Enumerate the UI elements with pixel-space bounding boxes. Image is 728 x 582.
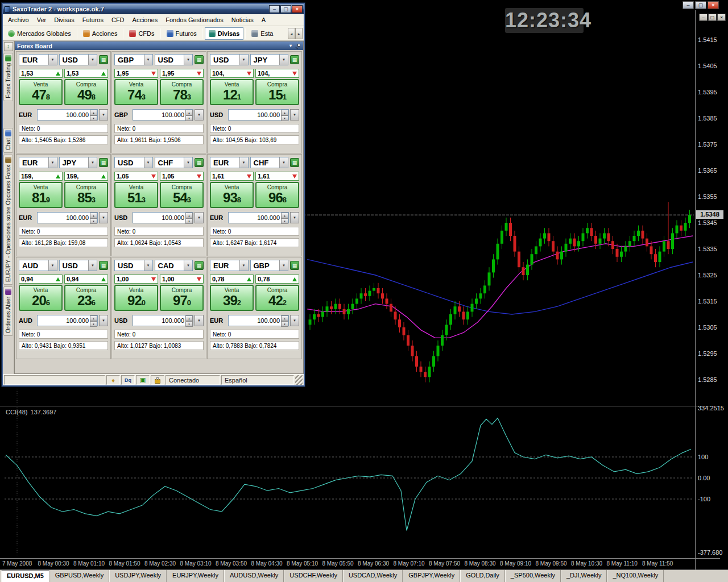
sidebar-tab-rdenes-abier[interactable]: Órdenes Abier	[3, 286, 13, 336]
menu-item-acciones[interactable]: Acciones	[129, 15, 162, 25]
amount-spinner[interactable]: ▴▾	[185, 110, 193, 120]
open-chart-button[interactable]: ▦	[290, 261, 299, 270]
open-chart-button[interactable]: ▦	[290, 55, 299, 64]
amount-spinner[interactable]: ▴▾	[90, 315, 97, 326]
amount-spinner[interactable]: ▴▾	[281, 315, 288, 326]
open-chart-button[interactable]: ▦	[195, 55, 204, 64]
quote-currency-select[interactable]: GBP▼	[250, 260, 289, 271]
main-close-button[interactable]: ×	[708, 1, 719, 9]
buy-button[interactable]: Compra236	[64, 285, 108, 311]
base-currency-select[interactable]: USD▼	[114, 157, 153, 168]
buy-button[interactable]: Compra543	[160, 182, 204, 208]
sidebar-tab-forex-trading[interactable]: Forex Trading	[3, 53, 13, 101]
amount-dropdown[interactable]: ▼	[290, 109, 299, 120]
session-key-icon[interactable]: ♦	[106, 375, 120, 385]
chart-tab-dji-weekly[interactable]: _DJI,Weekly	[561, 570, 607, 582]
buy-button[interactable]: Compra151	[255, 79, 299, 105]
quote-currency-select[interactable]: CAD▼	[155, 260, 193, 271]
menu-item-a[interactable]: A	[258, 15, 270, 25]
amount-dropdown[interactable]: ▼	[290, 315, 299, 326]
main-restore-button[interactable]: ▢	[695, 1, 706, 9]
open-chart-button[interactable]: ▦	[195, 261, 204, 270]
open-chart-button[interactable]: ▦	[99, 55, 108, 64]
sell-button[interactable]: Venta819	[19, 182, 63, 208]
maximize-button[interactable]: ▢	[280, 5, 291, 13]
chart-tab-gbpjpy-weekly[interactable]: GBPJPY,Weekly	[403, 570, 460, 582]
base-currency-select[interactable]: GBP▼	[114, 54, 153, 65]
base-currency-select[interactable]: EUR▼	[210, 157, 249, 168]
open-chart-button[interactable]: ▦	[99, 158, 108, 167]
chart-tab-nq100-weekly[interactable]: _NQ100,Weekly	[607, 570, 664, 582]
toolbar-button-mercados-globales[interactable]: Mercados Globales	[4, 27, 75, 40]
child-close-button[interactable]: ×	[717, 14, 726, 21]
pin-icon[interactable]	[295, 43, 301, 49]
child-minimize-button[interactable]: –	[699, 14, 708, 21]
close-button[interactable]: ×	[292, 5, 303, 13]
chart-tab-sp500-weekly[interactable]: _SP500,Weekly	[505, 570, 561, 582]
menu-item-archivo[interactable]: Archivo	[4, 15, 33, 25]
chart-tab-gbpusd-weekly[interactable]: GBPUSD,Weekly	[49, 570, 109, 582]
base-currency-select[interactable]: USD▼	[210, 54, 249, 65]
toolbar-button-divisas[interactable]: Divisas	[205, 27, 244, 40]
chart-tab-eurjpy-weekly[interactable]: EURJPY,Weekly	[167, 570, 224, 582]
sell-button[interactable]: Venta206	[19, 285, 63, 311]
amount-dropdown[interactable]: ▼	[195, 212, 204, 223]
base-currency-select[interactable]: AUD▼	[19, 260, 57, 271]
amount-dropdown[interactable]: ▼	[290, 212, 299, 223]
toolbar-button-esta[interactable]: Esta	[247, 27, 277, 40]
quote-currency-select[interactable]: CHF▼	[250, 157, 289, 168]
sell-button[interactable]: Venta392	[210, 285, 254, 311]
menu-item-ver[interactable]: Ver	[33, 15, 51, 25]
menu-item-cfd[interactable]: CFD	[107, 15, 129, 25]
sell-button[interactable]: Venta920	[114, 285, 158, 311]
open-chart-button[interactable]: ▦	[290, 158, 299, 167]
chart-tab-audusd-weekly[interactable]: AUDUSD,Weekly	[224, 570, 284, 582]
chart-tab-usdjpy-weekly[interactable]: USDJPY,Weekly	[109, 570, 167, 582]
toolbar-scroll-right-button[interactable]: ▸	[295, 28, 303, 39]
sell-button[interactable]: Venta478	[19, 79, 63, 105]
buy-button[interactable]: Compra853	[64, 182, 108, 208]
toolbar-button-futuros[interactable]: Futuros	[163, 27, 201, 40]
open-chart-button[interactable]: ▦	[195, 158, 204, 167]
quote-currency-select[interactable]: CHF▼	[155, 157, 193, 168]
chart-tab-gold-daily[interactable]: GOLD,Daily	[460, 570, 505, 582]
sidebar-expand-button[interactable]: ↕	[4, 42, 13, 51]
amount-dropdown[interactable]: ▼	[195, 109, 204, 120]
amount-input[interactable]: 100.000▴▾	[133, 315, 193, 326]
sell-button[interactable]: Venta938	[210, 182, 254, 208]
resize-grip[interactable]	[295, 375, 303, 385]
menu-item-futuros[interactable]: Futuros	[78, 15, 107, 25]
network-icon[interactable]: ▣	[136, 375, 150, 385]
buy-button[interactable]: Compra968	[255, 182, 299, 208]
quote-currency-select[interactable]: USD▼	[155, 54, 193, 65]
forex-board-header[interactable]: Forex Board ▾	[15, 41, 303, 50]
chart-tab-eurusd-m5[interactable]: EURUSD,M5	[1, 570, 49, 582]
base-currency-select[interactable]: EUR▼	[210, 260, 249, 271]
amount-input[interactable]: 100.000▴▾	[37, 212, 98, 223]
base-currency-select[interactable]: EUR▼	[19, 157, 57, 168]
buy-button[interactable]: Compra783	[160, 79, 204, 105]
amount-dropdown[interactable]: ▼	[99, 315, 108, 326]
sidebar-tab-chat[interactable]: Chat	[3, 128, 13, 153]
buy-button[interactable]: Compra970	[160, 285, 204, 311]
quote-currency-select[interactable]: JPY▼	[250, 54, 289, 65]
menu-item-divisas[interactable]: Divisas	[50, 15, 78, 25]
amount-dropdown[interactable]: ▼	[99, 212, 108, 223]
sell-button[interactable]: Venta121	[210, 79, 254, 105]
quote-currency-select[interactable]: JPY▼	[59, 157, 98, 168]
main-minimize-button[interactable]: –	[682, 1, 694, 9]
sell-button[interactable]: Venta743	[114, 79, 158, 105]
child-restore-button[interactable]: ▢	[708, 14, 717, 21]
base-currency-select[interactable]: EUR▼	[19, 54, 57, 65]
chart-tab-usdcad-weekly[interactable]: USDCAD,Weekly	[343, 570, 403, 582]
saxo-titlebar[interactable]: SaxoTrader 2 - workspace.ok.7 – ▢ ×	[3, 4, 304, 14]
menu-item-noticias[interactable]: Noticias	[228, 15, 258, 25]
amount-dropdown[interactable]: ▼	[195, 315, 204, 326]
lock-icon[interactable]	[151, 375, 164, 385]
quote-currency-select[interactable]: USD▼	[59, 260, 98, 271]
base-currency-select[interactable]: USD▼	[114, 260, 153, 271]
amount-input[interactable]: 100.000▴▾	[37, 109, 98, 120]
quote-currency-select[interactable]: USD▼	[59, 54, 98, 65]
amount-spinner[interactable]: ▴▾	[185, 315, 193, 326]
buy-button[interactable]: Compra422	[255, 285, 299, 311]
